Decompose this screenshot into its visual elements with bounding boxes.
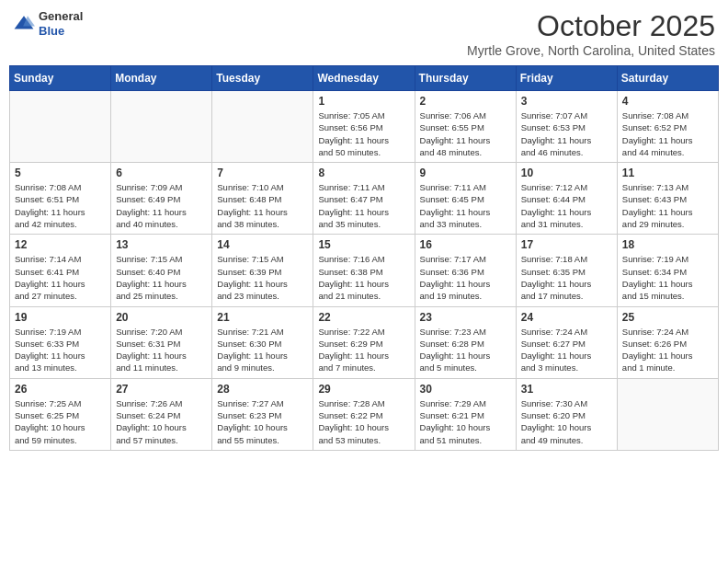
day-number: 1: [318, 95, 409, 108]
calendar-cell: 25Sunrise: 7:24 AM Sunset: 6:26 PM Dayli…: [617, 306, 718, 378]
calendar-cell: [617, 378, 718, 450]
day-info: Sunrise: 7:28 AM Sunset: 6:22 PM Dayligh…: [318, 397, 409, 446]
location-text: Myrtle Grove, North Carolina, United Sta…: [467, 43, 715, 58]
calendar-cell: 4Sunrise: 7:08 AM Sunset: 6:52 PM Daylig…: [617, 91, 718, 163]
day-number: 19: [15, 311, 106, 324]
day-number: 27: [116, 383, 207, 396]
day-info: Sunrise: 7:30 AM Sunset: 6:20 PM Dayligh…: [521, 397, 612, 446]
calendar-week-2: 5Sunrise: 7:08 AM Sunset: 6:51 PM Daylig…: [10, 163, 719, 235]
day-info: Sunrise: 7:24 AM Sunset: 6:27 PM Dayligh…: [521, 326, 612, 374]
day-info: Sunrise: 7:20 AM Sunset: 6:31 PM Dayligh…: [116, 326, 207, 374]
calendar-cell: [111, 91, 212, 163]
day-info: Sunrise: 7:24 AM Sunset: 6:26 PM Dayligh…: [622, 326, 713, 374]
day-number: 10: [521, 167, 612, 179]
calendar-cell: 26Sunrise: 7:25 AM Sunset: 6:25 PM Dayli…: [10, 378, 111, 450]
day-info: Sunrise: 7:11 AM Sunset: 6:47 PM Dayligh…: [318, 181, 409, 230]
day-info: Sunrise: 7:18 AM Sunset: 6:35 PM Dayligh…: [521, 253, 612, 302]
calendar-cell: [10, 91, 111, 163]
day-info: Sunrise: 7:15 AM Sunset: 6:39 PM Dayligh…: [217, 253, 308, 302]
day-number: 26: [15, 383, 106, 396]
day-number: 31: [521, 383, 612, 396]
calendar-week-3: 12Sunrise: 7:14 AM Sunset: 6:41 PM Dayli…: [10, 235, 719, 306]
calendar-cell: 8Sunrise: 7:11 AM Sunset: 6:47 PM Daylig…: [313, 163, 415, 235]
day-number: 8: [318, 167, 409, 179]
calendar-cell: 14Sunrise: 7:15 AM Sunset: 6:39 PM Dayli…: [212, 235, 313, 306]
logo-blue-text: Blue: [39, 24, 64, 38]
calendar-cell: [212, 91, 313, 163]
calendar-cell: 13Sunrise: 7:15 AM Sunset: 6:40 PM Dayli…: [111, 235, 212, 306]
day-info: Sunrise: 7:17 AM Sunset: 6:36 PM Dayligh…: [420, 253, 511, 302]
calendar-cell: 20Sunrise: 7:20 AM Sunset: 6:31 PM Dayli…: [111, 306, 212, 378]
calendar-cell: 28Sunrise: 7:27 AM Sunset: 6:23 PM Dayli…: [212, 378, 313, 450]
day-info: Sunrise: 7:19 AM Sunset: 6:33 PM Dayligh…: [15, 326, 106, 374]
day-number: 23: [420, 311, 511, 324]
weekday-header-row: SundayMondayTuesdayWednesdayThursdayFrid…: [10, 66, 719, 91]
day-number: 22: [318, 311, 409, 324]
calendar-week-1: 1Sunrise: 7:05 AM Sunset: 6:56 PM Daylig…: [10, 91, 719, 163]
day-number: 21: [217, 311, 308, 324]
weekday-header-friday: Friday: [516, 66, 617, 91]
day-info: Sunrise: 7:19 AM Sunset: 6:34 PM Dayligh…: [622, 253, 713, 302]
calendar-cell: 22Sunrise: 7:22 AM Sunset: 6:29 PM Dayli…: [313, 306, 415, 378]
day-info: Sunrise: 7:06 AM Sunset: 6:55 PM Dayligh…: [420, 109, 511, 158]
day-number: 4: [622, 95, 713, 108]
calendar-cell: 15Sunrise: 7:16 AM Sunset: 6:38 PM Dayli…: [313, 235, 415, 306]
calendar-cell: 29Sunrise: 7:28 AM Sunset: 6:22 PM Dayli…: [313, 378, 415, 450]
calendar-cell: 23Sunrise: 7:23 AM Sunset: 6:28 PM Dayli…: [415, 306, 516, 378]
calendar-cell: 31Sunrise: 7:30 AM Sunset: 6:20 PM Dayli…: [516, 378, 617, 450]
calendar-cell: 2Sunrise: 7:06 AM Sunset: 6:55 PM Daylig…: [415, 91, 516, 163]
day-info: Sunrise: 7:07 AM Sunset: 6:53 PM Dayligh…: [521, 109, 612, 158]
weekday-header-wednesday: Wednesday: [313, 66, 415, 91]
day-number: 17: [521, 238, 612, 251]
calendar-cell: 27Sunrise: 7:26 AM Sunset: 6:24 PM Dayli…: [111, 378, 212, 450]
calendar-cell: 24Sunrise: 7:24 AM Sunset: 6:27 PM Dayli…: [516, 306, 617, 378]
day-info: Sunrise: 7:14 AM Sunset: 6:41 PM Dayligh…: [15, 253, 106, 302]
day-info: Sunrise: 7:13 AM Sunset: 6:43 PM Dayligh…: [622, 181, 713, 230]
day-number: 13: [116, 238, 207, 251]
calendar-cell: 5Sunrise: 7:08 AM Sunset: 6:51 PM Daylig…: [10, 163, 111, 235]
day-number: 20: [116, 311, 207, 324]
page-header: General Blue October 2025 Myrtle Grove, …: [9, 9, 719, 58]
calendar-cell: 3Sunrise: 7:07 AM Sunset: 6:53 PM Daylig…: [516, 91, 617, 163]
weekday-header-sunday: Sunday: [10, 66, 111, 91]
day-info: Sunrise: 7:10 AM Sunset: 6:48 PM Dayligh…: [217, 181, 308, 230]
day-number: 28: [217, 383, 308, 396]
day-info: Sunrise: 7:08 AM Sunset: 6:51 PM Dayligh…: [15, 181, 106, 230]
day-info: Sunrise: 7:25 AM Sunset: 6:25 PM Dayligh…: [15, 397, 106, 446]
day-number: 9: [420, 167, 511, 179]
day-info: Sunrise: 7:15 AM Sunset: 6:40 PM Dayligh…: [116, 253, 207, 302]
calendar-cell: 18Sunrise: 7:19 AM Sunset: 6:34 PM Dayli…: [617, 235, 718, 306]
day-info: Sunrise: 7:27 AM Sunset: 6:23 PM Dayligh…: [217, 397, 308, 446]
day-number: 6: [116, 167, 207, 179]
day-number: 2: [420, 95, 511, 108]
calendar-cell: 7Sunrise: 7:10 AM Sunset: 6:48 PM Daylig…: [212, 163, 313, 235]
calendar-cell: 17Sunrise: 7:18 AM Sunset: 6:35 PM Dayli…: [516, 235, 617, 306]
weekday-header-thursday: Thursday: [415, 66, 516, 91]
day-info: Sunrise: 7:29 AM Sunset: 6:21 PM Dayligh…: [420, 397, 511, 446]
day-info: Sunrise: 7:12 AM Sunset: 6:44 PM Dayligh…: [521, 181, 612, 230]
day-info: Sunrise: 7:23 AM Sunset: 6:28 PM Dayligh…: [420, 326, 511, 374]
logo-icon: [13, 13, 35, 35]
calendar-week-5: 26Sunrise: 7:25 AM Sunset: 6:25 PM Dayli…: [10, 378, 719, 450]
day-number: 15: [318, 238, 409, 251]
day-number: 29: [318, 383, 409, 396]
day-info: Sunrise: 7:09 AM Sunset: 6:49 PM Dayligh…: [116, 181, 207, 230]
logo-general-text: General: [39, 9, 83, 23]
day-number: 14: [217, 238, 308, 251]
logo-text: General Blue: [39, 9, 83, 38]
calendar-table: SundayMondayTuesdayWednesdayThursdayFrid…: [9, 65, 719, 451]
day-number: 24: [521, 311, 612, 324]
day-info: Sunrise: 7:16 AM Sunset: 6:38 PM Dayligh…: [318, 253, 409, 302]
day-info: Sunrise: 7:05 AM Sunset: 6:56 PM Dayligh…: [318, 109, 409, 158]
month-title: October 2025: [467, 9, 715, 43]
calendar-cell: 16Sunrise: 7:17 AM Sunset: 6:36 PM Dayli…: [415, 235, 516, 306]
calendar-cell: 9Sunrise: 7:11 AM Sunset: 6:45 PM Daylig…: [415, 163, 516, 235]
day-info: Sunrise: 7:26 AM Sunset: 6:24 PM Dayligh…: [116, 397, 207, 446]
day-info: Sunrise: 7:22 AM Sunset: 6:29 PM Dayligh…: [318, 326, 409, 374]
day-number: 11: [622, 167, 713, 179]
logo: General Blue: [13, 9, 83, 38]
calendar-cell: 10Sunrise: 7:12 AM Sunset: 6:44 PM Dayli…: [516, 163, 617, 235]
calendar-cell: 11Sunrise: 7:13 AM Sunset: 6:43 PM Dayli…: [617, 163, 718, 235]
calendar-week-4: 19Sunrise: 7:19 AM Sunset: 6:33 PM Dayli…: [10, 306, 719, 378]
calendar-cell: 1Sunrise: 7:05 AM Sunset: 6:56 PM Daylig…: [313, 91, 415, 163]
